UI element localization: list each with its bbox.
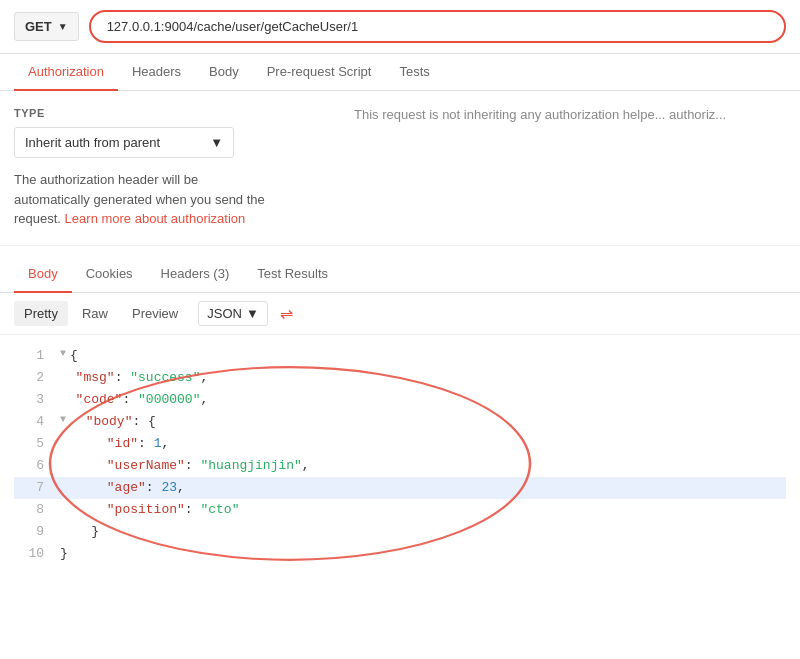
format-pretty[interactable]: Pretty [14,301,68,326]
method-chevron-icon: ▼ [58,21,68,32]
json-line-8: 8 "position": "cto" [14,499,786,521]
json-output-wrapper: 1 ▼ { 2 "msg": "success", 3 "code": "000… [0,335,800,576]
auth-learn-more-link[interactable]: Learn more about authorization [65,211,246,226]
auth-description: The authorization header will be automat… [14,170,334,229]
json-line-content: "age": 23, [60,477,786,499]
json-line-content: "position": "cto" [60,499,786,521]
tab-response-headers[interactable]: Headers (3) [147,256,244,293]
json-line-3: 3 "code": "000000", [14,389,786,411]
tab-headers[interactable]: Headers [118,54,195,91]
line-number: 1 [14,345,44,367]
format-type-chevron-icon: ▼ [246,306,259,321]
url-container [89,10,786,43]
auth-right: This request is not inheriting any autho… [334,107,786,229]
json-line-content: } [60,521,786,543]
json-line-content: "body": { [70,411,786,433]
json-line-content: "id": 1, [60,433,786,455]
line-number: 7 [14,477,44,499]
auth-left: TYPE Inherit auth from parent ▼ The auth… [14,107,334,229]
json-line-4: 4 ▼ "body": { [14,411,786,433]
json-line-content: "msg": "success", [60,367,786,389]
json-line-9: 9 } [14,521,786,543]
tab-tests[interactable]: Tests [385,54,443,91]
format-type-select[interactable]: JSON ▼ [198,301,268,326]
auth-type-select[interactable]: Inherit auth from parent ▼ [14,127,234,158]
line-number: 3 [14,389,44,411]
line-number: 4 [14,411,44,433]
wrap-icon[interactable]: ⇌ [280,304,293,323]
tab-response-body[interactable]: Body [14,256,72,293]
json-line-content: { [70,345,786,367]
tab-authorization[interactable]: Authorization [14,54,118,91]
json-line-10: 10 } [14,543,786,565]
tab-response-test-results[interactable]: Test Results [243,256,342,293]
line-number: 6 [14,455,44,477]
method-select[interactable]: GET ▼ [14,12,79,41]
json-line-content: "userName": "huangjinjin", [60,455,786,477]
auth-right-text: This request is not inheriting any autho… [354,107,726,122]
json-line-2: 2 "msg": "success", [14,367,786,389]
tab-response-cookies[interactable]: Cookies [72,256,147,293]
line-number: 8 [14,499,44,521]
auth-type-chevron-icon: ▼ [210,135,223,150]
line-number: 5 [14,433,44,455]
format-type-value: JSON [207,306,242,321]
line-number: 2 [14,367,44,389]
format-raw[interactable]: Raw [72,301,118,326]
json-line-5: 5 "id": 1, [14,433,786,455]
json-line-7: 7 "age": 23, [14,477,786,499]
tab-pre-request-script[interactable]: Pre-request Script [253,54,386,91]
auth-section: TYPE Inherit auth from parent ▼ The auth… [0,91,800,246]
request-tabs: Authorization Headers Body Pre-request S… [0,54,800,91]
json-line-1: 1 ▼ { [14,345,786,367]
line-number: 10 [14,543,44,565]
top-bar: GET ▼ [0,0,800,54]
collapse-arrow-icon[interactable]: ▼ [60,345,66,362]
json-line-content: } [60,543,786,565]
tab-body[interactable]: Body [195,54,253,91]
response-tabs: Body Cookies Headers (3) Test Results [0,256,800,293]
auth-type-value: Inherit auth from parent [25,135,160,150]
json-line-6: 6 "userName": "huangjinjin", [14,455,786,477]
collapse-arrow-icon[interactable]: ▼ [60,411,66,428]
type-label: TYPE [14,107,334,119]
url-input[interactable] [89,10,786,43]
format-preview[interactable]: Preview [122,301,188,326]
line-number: 9 [14,521,44,543]
json-output: 1 ▼ { 2 "msg": "success", 3 "code": "000… [0,335,800,576]
method-label: GET [25,19,52,34]
json-line-content: "code": "000000", [60,389,786,411]
format-bar: Pretty Raw Preview JSON ▼ ⇌ [0,293,800,335]
